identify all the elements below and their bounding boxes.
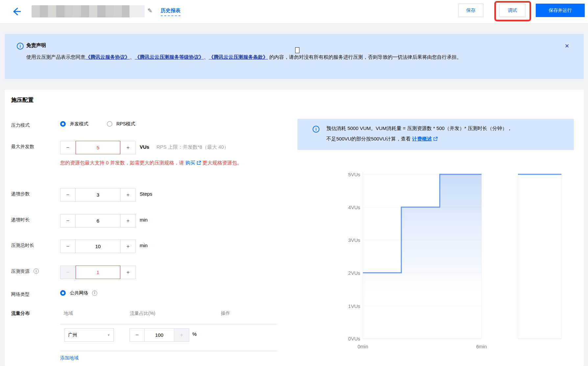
- disclaimer-seg: 的内容，请勿对没有所有权的服务进行压测，否则导致的一切法律后果将由您自行承担。: [268, 54, 461, 60]
- x-tick: 0min: [358, 344, 368, 349]
- resource-info-icon[interactable]: i: [34, 269, 39, 274]
- vus-preview-chart: 5VUs 4VUs 3VUs 2VUs 1VUs 0VUs 0min 6min: [342, 166, 578, 351]
- network-type-group: 公共网络 i: [60, 290, 97, 296]
- pressure-mode-label: 压力模式: [11, 122, 30, 128]
- col-action: 操作: [221, 311, 230, 316]
- disclaimer-banner: i 免责声明 使用云压测产品表示您同意《腾讯云服务协议》、《腾讯云云压测服务等级…: [5, 34, 584, 79]
- y-tick: 4VUs: [348, 205, 360, 210]
- external-link-icon[interactable]: [197, 161, 201, 165]
- disclaimer-text: 使用云压测产品表示您同意《腾讯云服务协议》、《腾讯云云压测服务等级协议》、《腾讯…: [26, 53, 486, 62]
- ramp-area: [363, 174, 482, 339]
- y-tick: 5VUs: [348, 172, 360, 177]
- region-value: 广州: [68, 332, 77, 338]
- resource-label: 压测资源: [11, 269, 30, 274]
- info-icon: i: [17, 43, 24, 50]
- table-divider: [60, 351, 278, 351]
- x-tick: 6min: [476, 344, 487, 349]
- max-concurrency-stepper: − +: [60, 141, 136, 154]
- percent-unit: %: [192, 331, 197, 337]
- history-report-link[interactable]: 历史报表: [161, 8, 180, 16]
- vum-estimate-line2: 不足500VU的部分按500VU计算，查看 计费概述: [326, 136, 438, 142]
- region-select[interactable]: 广州 ▼: [64, 328, 114, 342]
- col-percent: 流量占比(%): [130, 311, 155, 316]
- table-divider: [60, 324, 278, 324]
- minus-button-disabled: −: [60, 266, 76, 279]
- error-seg: 更大规格资源包。: [201, 160, 242, 165]
- add-region-link[interactable]: 添加地域: [60, 355, 79, 361]
- plus-button[interactable]: +: [120, 266, 136, 279]
- radio-concurrency-mode[interactable]: [60, 121, 66, 127]
- disclaimer-sep: 、: [204, 54, 209, 60]
- disclaimer-sep: 、: [130, 54, 135, 60]
- save-button[interactable]: 保存: [458, 4, 483, 17]
- min-unit: min: [140, 243, 148, 248]
- resource-pack-error: 您的资源包最大支持 0 并发数，如需更大的压测规格，请 购买 更大规格资源包。: [60, 158, 244, 168]
- billing-overview-link[interactable]: 计费概述: [412, 136, 432, 141]
- sla-agreement-link[interactable]: 《腾讯云云压测服务等级协议》: [135, 54, 204, 60]
- percent-input[interactable]: [145, 328, 174, 342]
- y-tick: 0VUs: [348, 336, 360, 341]
- step-duration-input[interactable]: [76, 214, 120, 227]
- minus-button[interactable]: −: [60, 240, 76, 253]
- radio-rps-label: RPS模式: [116, 121, 135, 126]
- network-type-label: 网络类型: [11, 291, 30, 297]
- y-tick: 3VUs: [348, 237, 360, 243]
- minus-button[interactable]: −: [60, 188, 76, 202]
- min-unit: min: [140, 217, 148, 223]
- text-cursor-artifact: [295, 47, 299, 53]
- y-tick: 2VUs: [348, 270, 360, 276]
- minus-button[interactable]: −: [60, 141, 76, 154]
- percent-stepper: − +: [129, 328, 189, 342]
- page: ✎ 历史报表 保存 调试 保存并运行 i 免责声明 使用云压测产品表示您同意《腾…: [0, 0, 588, 366]
- disclaimer-seg: 使用云压测产品表示您同意: [26, 54, 85, 60]
- debug-button[interactable]: 调试: [499, 4, 526, 17]
- plus-button[interactable]: +: [120, 141, 136, 154]
- vum-estimate-seg: 不足500VU的部分按500VU计算，查看: [326, 136, 412, 141]
- service-agreement-link[interactable]: 《腾讯云服务协议》: [85, 54, 130, 60]
- traffic-label: 流量分布: [11, 311, 30, 316]
- plus-button-disabled: +: [174, 328, 189, 342]
- radio-rps-mode[interactable]: [107, 121, 112, 127]
- step-count-input[interactable]: [76, 188, 120, 202]
- disclaimer-title: 免责声明: [26, 42, 46, 49]
- vum-estimate-line1: 预估消耗 5000 VUM。VUM消耗量 = 压测资源数 * 500（并发）* …: [326, 125, 512, 132]
- save-and-run-button[interactable]: 保存并运行: [536, 4, 585, 17]
- total-duration-input[interactable]: [76, 240, 120, 253]
- resource-stepper: − +: [60, 266, 136, 279]
- vum-estimate-notice: i 预估消耗 5000 VUM。VUM消耗量 = 压测资源数 * 500（并发）…: [297, 119, 574, 150]
- y-tick: 1VUs: [348, 303, 360, 309]
- total-duration-stepper: − +: [60, 240, 136, 253]
- pressure-config-card: 施压配置 压力模式 并发模式 RPS模式 最大并发数 − + VUs RPS 上…: [5, 90, 584, 366]
- back-icon[interactable]: [12, 7, 21, 16]
- plus-button[interactable]: +: [120, 188, 136, 202]
- edit-pencil-icon[interactable]: ✎: [148, 7, 152, 14]
- public-network-label: 公共网络: [70, 290, 88, 295]
- col-region: 地域: [64, 311, 73, 316]
- redacted-title: [32, 5, 145, 17]
- plus-button[interactable]: +: [120, 214, 136, 227]
- vus-unit: VUs: [140, 144, 149, 150]
- radio-public-network[interactable]: [60, 290, 66, 296]
- resource-input[interactable]: [76, 266, 120, 279]
- external-link-icon[interactable]: [433, 137, 438, 141]
- error-seg: 您的资源包最大支持 0 并发数，如需更大的压测规格，请: [60, 160, 185, 165]
- network-info-icon[interactable]: i: [92, 291, 97, 296]
- section-title: 施压配置: [11, 96, 34, 104]
- minus-button[interactable]: −: [129, 328, 145, 342]
- buy-link[interactable]: 购买: [185, 160, 195, 165]
- pressure-mode-group: 并发模式 RPS模式: [60, 121, 135, 127]
- step-count-label: 递增步数: [11, 191, 30, 197]
- chevron-down-icon: ▼: [107, 334, 110, 337]
- close-icon[interactable]: ✕: [565, 43, 569, 50]
- top-bar: ✎ 历史报表 保存 调试 保存并运行: [0, 0, 588, 24]
- service-terms-link[interactable]: 《腾讯云云压测服务条款》: [209, 54, 268, 60]
- max-concurrency-label: 最大并发数: [11, 144, 34, 150]
- max-concurrency-input[interactable]: [76, 141, 120, 154]
- step-duration-label: 递增时长: [11, 217, 30, 223]
- steps-unit: Steps: [140, 191, 152, 197]
- info-icon: i: [313, 126, 319, 133]
- plus-button[interactable]: +: [120, 240, 136, 253]
- minus-button[interactable]: −: [60, 214, 76, 227]
- rps-limit-hint: RPS 上限：并发数*8（最大 40）: [156, 144, 229, 150]
- total-duration-label: 压测总时长: [11, 243, 34, 248]
